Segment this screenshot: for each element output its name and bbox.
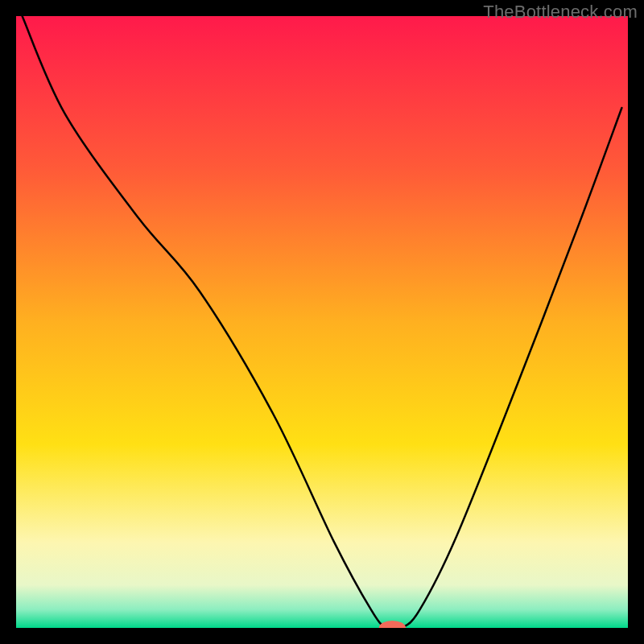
chart-frame: TheBottleneck.com (0, 0, 644, 644)
chart-svg (16, 16, 628, 628)
plot-area (16, 16, 628, 628)
gradient-background (16, 16, 628, 628)
watermark-text: TheBottleneck.com (483, 2, 638, 23)
